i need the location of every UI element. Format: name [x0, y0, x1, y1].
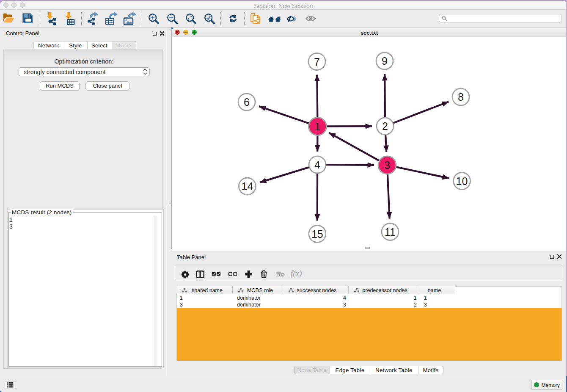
svg-text:3: 3 [384, 159, 390, 171]
svg-text:4: 4 [314, 159, 320, 171]
svg-text:7: 7 [314, 56, 320, 68]
svg-text:8: 8 [458, 91, 464, 103]
svg-text:10: 10 [456, 175, 468, 187]
svg-text:9: 9 [382, 55, 388, 67]
svg-text:14: 14 [241, 180, 253, 192]
svg-text:6: 6 [244, 96, 250, 108]
svg-text:15: 15 [311, 228, 323, 240]
svg-text:11: 11 [385, 226, 396, 238]
svg-text:1: 1 [315, 121, 321, 133]
svg-text:2: 2 [382, 120, 388, 132]
